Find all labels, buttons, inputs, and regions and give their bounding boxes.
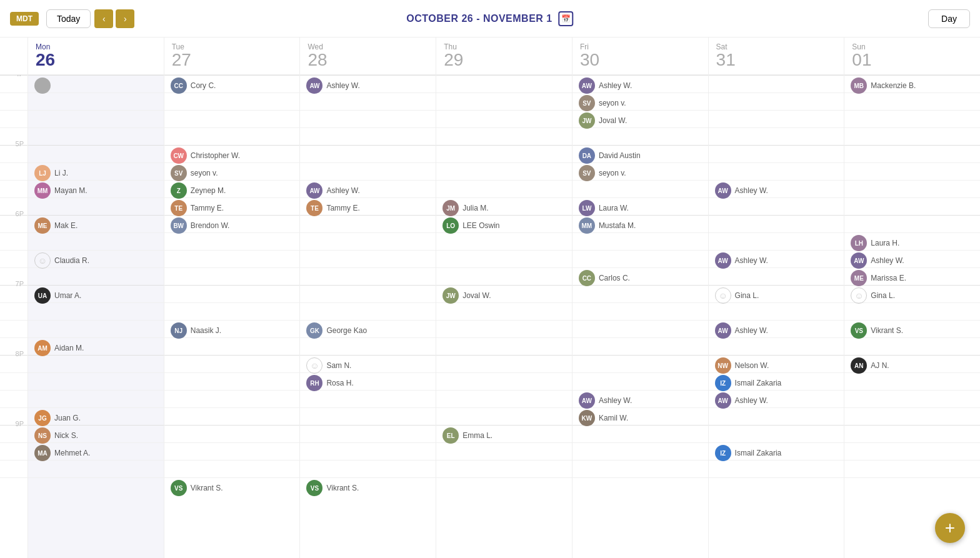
avatar-	[34, 77, 51, 94]
event-nelson-w.[interactable]: NWNelson W.	[711, 356, 842, 375]
event-name: Laura W.	[599, 204, 629, 212]
event-mehmet-a.[interactable]: MAMehmet A.	[31, 444, 161, 462]
event-david-austin[interactable]: DADavid Austin	[575, 146, 706, 165]
event-ashley-w.[interactable]: AWAshley W.	[711, 321, 842, 340]
event-name: David Austin	[599, 151, 641, 160]
time-column: 4P 5P 6P 7P 8P	[0, 37, 28, 558]
event-joval-w.[interactable]: JWJoval W.	[575, 111, 706, 130]
event-nick-s.[interactable]: NSNick S.	[31, 426, 161, 445]
grid-block-sun-9	[844, 425, 980, 495]
event-claudia-r.[interactable]: ☺Claudia R.	[31, 251, 161, 270]
avatar-George Kao: GK	[306, 322, 322, 339]
event-kamil-w.[interactable]: KWKamil W.	[575, 409, 706, 427]
day-content-wed: AWAshley W.AWAshley W.TETammy E.GKGeorge…	[300, 75, 436, 495]
avatar-Zeynep M.: Z	[171, 182, 187, 199]
event-name: Nick S.	[54, 431, 78, 440]
event-sam-n.[interactable]: ☺Sam N.	[302, 356, 433, 375]
day-col-mon: Mon 26	[28, 37, 164, 558]
avatar-Laura H.: LH	[851, 235, 867, 251]
day-content-mon: LJLi J.MMMayan M.MEMak E.☺Claudia R.UAUm…	[28, 75, 164, 495]
event-ashley-w.[interactable]: AWAshley W.	[711, 391, 842, 410]
event-tammy-e.[interactable]: TETammy E.	[167, 199, 298, 217]
avatar-Ashley W.: AW	[306, 77, 322, 94]
event-marissa-e.[interactable]: MEMarissa E.	[847, 269, 978, 287]
event-laura-h.[interactable]: LHLaura H.	[847, 234, 978, 252]
day-header-sat: Sat 31	[709, 37, 844, 75]
event-li-j.[interactable]: LJLi J.	[31, 164, 161, 182]
prev-button[interactable]: ‹	[94, 9, 113, 28]
event-ashley-w.[interactable]: AWAshley W.	[711, 181, 842, 200]
event-ismail-zakaria[interactable]: IZIsmail Zakaria	[711, 374, 842, 392]
event-brendon-w.[interactable]: BWBrendon W.	[167, 216, 298, 235]
avatar-Nick S.: NS	[34, 427, 51, 444]
event-name: Ashley W.	[599, 81, 632, 90]
event-lee-oswin[interactable]: LOLEE Oswin	[439, 216, 569, 235]
event-mak-e.[interactable]: MEMak E.	[31, 216, 161, 235]
event-juan-g.[interactable]: JGJuan G.	[31, 409, 161, 427]
avatar-Cory C.: CC	[171, 77, 187, 94]
avatar-Mustafa M.: MM	[579, 217, 595, 234]
event-rosa-h.[interactable]: RHRosa H.	[302, 374, 433, 392]
event-emma-l.[interactable]: ELEmma L.	[439, 426, 569, 445]
event-naasik-j.[interactable]: NJNaasik J.	[167, 321, 298, 340]
event-ashley-w.[interactable]: AWAshley W.	[711, 251, 842, 270]
event-george-kao[interactable]: GKGeorge Kao	[302, 321, 433, 340]
event-name: Mak E.	[54, 221, 78, 230]
next-button[interactable]: ›	[116, 9, 134, 28]
event-seyon-v.[interactable]: SVseyon v.	[575, 94, 706, 112]
day-number-fri: 30	[580, 51, 701, 69]
event-name: Kamil W.	[599, 414, 628, 422]
avatar-Ashley W.: AW	[715, 252, 731, 269]
grid-block-thu-4	[436, 75, 572, 145]
event-vikrant-s.[interactable]: VSVikrant S.	[167, 479, 298, 497]
event-christopher-w.[interactable]: CWChristopher W.	[167, 146, 298, 165]
hour-block-9P: 9P	[0, 425, 28, 495]
event-ashley-w.[interactable]: AWAshley W.	[302, 76, 433, 95]
event-tammy-e.[interactable]: TETammy E.	[302, 199, 433, 217]
event-name: Li J.	[54, 169, 68, 177]
hour-label-9P: 9P	[16, 420, 24, 427]
event-laura-w.[interactable]: LWLaura W.	[575, 199, 706, 217]
event-ashley-w.[interactable]: AWAshley W.	[575, 391, 706, 410]
event-mayan-m.[interactable]: MMMayan M.	[31, 181, 161, 200]
event-vikrant-s.[interactable]: VSVikrant S.	[302, 479, 433, 497]
event-umar-a.[interactable]: UAUmar A.	[31, 286, 161, 305]
event-name: Tammy E.	[191, 204, 224, 212]
hour-block-8P: 8P	[0, 355, 28, 425]
day-content-fri: AWAshley W.SVseyon v.JWJoval W.DADavid A…	[572, 75, 708, 495]
event-gina-l.[interactable]: ☺Gina L.	[711, 286, 842, 305]
calendar-title: OCTOBER 26 - NOVEMBER 1 📅	[406, 11, 573, 26]
event-mustafa-m.[interactable]: MMMustafa M.	[575, 216, 706, 235]
event-aj-n.[interactable]: ANAJ N.	[847, 356, 978, 375]
time-header	[0, 37, 28, 75]
hour-block-4P: 4P	[0, 75, 28, 145]
event-seyon-v.[interactable]: SVseyon v.	[167, 164, 298, 182]
event-name: Joval W.	[599, 116, 627, 125]
grid-block-tue-8	[164, 355, 300, 425]
event-name: Claudia R.	[54, 256, 89, 265]
event-name: Aidan M.	[54, 344, 84, 352]
event-zeynep-m.[interactable]: ZZeynep M.	[167, 181, 298, 200]
event-ashley-w.[interactable]: AWAshley W.	[575, 76, 706, 95]
today-button[interactable]: Today	[46, 9, 91, 28]
event-[interactable]	[31, 76, 161, 95]
avatar-Emma L.: EL	[442, 427, 459, 444]
event-cory-c.[interactable]: CCCory C.	[167, 76, 298, 95]
event-ismail-zakaria[interactable]: IZIsmail Zakaria	[711, 444, 842, 462]
event-mackenzie-b.[interactable]: MBMackenzie B.	[847, 76, 978, 95]
event-ashley-w.[interactable]: AWAshley W.	[302, 181, 433, 200]
event-vikrant-s.[interactable]: VSVikrant S.	[847, 321, 978, 340]
day-header-fri: Fri 30	[572, 37, 708, 75]
event-aidan-m.[interactable]: AMAidan M.	[31, 339, 161, 357]
add-button[interactable]: +	[935, 513, 965, 543]
event-seyon-v.[interactable]: SVseyon v.	[575, 164, 706, 182]
avatar-seyon v.: SV	[579, 95, 595, 111]
day-col-thu: Thu 29	[436, 37, 572, 558]
event-name: Juan G.	[54, 414, 81, 422]
event-ashley-w.[interactable]: AWAshley W.	[847, 251, 978, 270]
event-gina-l.[interactable]: ☺Gina L.	[847, 286, 978, 305]
event-carlos-c.[interactable]: CCCarlos C.	[575, 269, 706, 287]
event-julia-m.[interactable]: JMJulia M.	[439, 199, 569, 217]
event-joval-w.[interactable]: JWJoval W.	[439, 286, 569, 305]
day-view-button[interactable]: Day	[928, 9, 970, 28]
